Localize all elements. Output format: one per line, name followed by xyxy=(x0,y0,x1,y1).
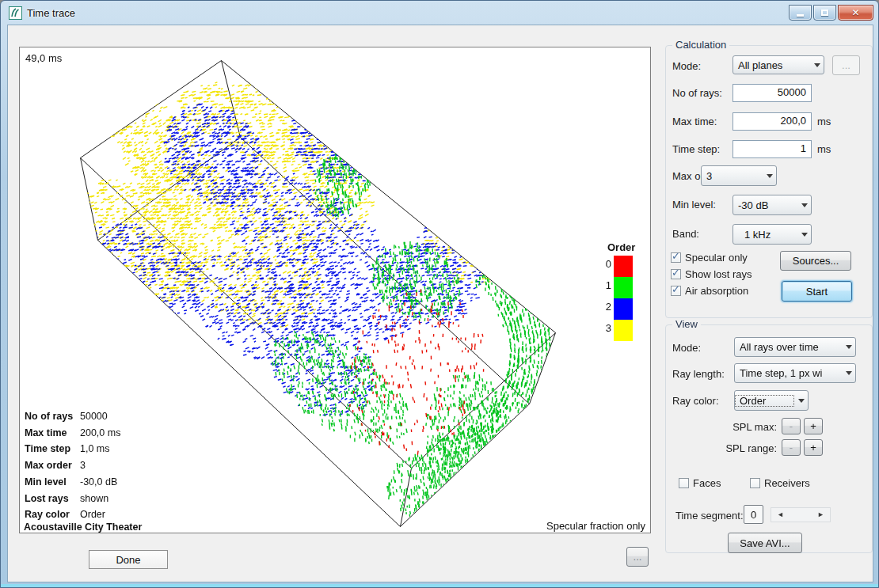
spl-range-label: SPL range: xyxy=(682,442,777,454)
info-row: Max order3 xyxy=(25,457,120,474)
receivers-checkbox[interactable]: Receivers xyxy=(750,477,810,489)
legend-row: 1 xyxy=(598,277,647,298)
spl-range-minus-button[interactable]: - xyxy=(782,439,801,456)
specular-fraction-note: Specular fraction only xyxy=(546,520,645,532)
min-level-dropdown[interactable]: -30 dB xyxy=(732,195,812,215)
checkbox-box: ✓ xyxy=(671,252,681,263)
info-row: No of rays50000 xyxy=(25,408,120,425)
view-group: View Mode: All rays over time Ray length… xyxy=(665,324,873,553)
time-label: 49,0 ms xyxy=(25,52,62,64)
calc-mode-dropdown[interactable]: All planes xyxy=(732,55,824,74)
minimize-icon xyxy=(797,14,804,17)
time-step-input[interactable]: 1 xyxy=(732,140,812,158)
mode-label: Mode: xyxy=(672,60,701,72)
scroll-right-icon[interactable]: ► xyxy=(817,511,824,518)
faces-checkbox[interactable]: Faces xyxy=(679,477,721,489)
max-order-dropdown[interactable]: 3 xyxy=(701,165,777,186)
minimize-button[interactable] xyxy=(789,5,812,21)
info-row: Ray colorOrder xyxy=(25,506,120,523)
checkbox-box: ✓ xyxy=(671,286,681,296)
chevron-down-icon xyxy=(797,203,811,207)
legend-row: 0 xyxy=(598,256,647,277)
band-dropdown[interactable]: 1 kHz xyxy=(732,224,812,245)
chevron-down-icon xyxy=(797,233,811,237)
view-mode-dropdown[interactable]: All rays over time xyxy=(734,337,856,357)
legend-swatch-order0 xyxy=(614,256,633,277)
checkbox-box xyxy=(750,478,760,488)
spl-max-label: SPL max: xyxy=(682,421,777,433)
min-level-label: Min level: xyxy=(672,199,716,211)
spl-max-plus-button[interactable]: + xyxy=(804,418,823,434)
air-absorption-checkbox[interactable]: ✓ Air absorption xyxy=(671,285,748,297)
time-trace-window: Time trace ✕ 49,0 ms Order 0 1 2 3 No of… xyxy=(0,0,879,588)
time-segment-scrollbar[interactable]: ◄ ► xyxy=(771,507,831,522)
time-step-label: Time step: xyxy=(672,143,720,155)
band-label: Band: xyxy=(672,228,699,240)
ray-length-label: Ray length: xyxy=(672,368,725,380)
legend-title: Order xyxy=(607,241,647,253)
time-segment-value[interactable]: 0 xyxy=(744,505,763,524)
scroll-left-icon[interactable]: ◄ xyxy=(777,511,784,518)
chevron-down-icon xyxy=(763,174,776,178)
legend-swatch-order3 xyxy=(614,320,633,341)
maximize-button[interactable] xyxy=(813,5,836,21)
save-avi-button[interactable]: Save AVI... xyxy=(728,533,802,553)
info-row: Max time200,0 ms xyxy=(25,425,120,442)
window-title: Time trace xyxy=(27,7,75,19)
specular-only-checkbox[interactable]: ✓ Specular only xyxy=(671,252,748,264)
maximize-icon xyxy=(821,9,828,16)
show-lost-rays-checkbox[interactable]: ✓ Show lost rays xyxy=(671,268,752,280)
max-time-unit: ms xyxy=(817,116,831,127)
venue-label: Acoustaville City Theater xyxy=(24,522,142,533)
chevron-down-icon xyxy=(842,371,855,375)
start-button[interactable]: Start xyxy=(782,281,852,302)
ray-color-label: Ray color: xyxy=(672,395,719,407)
order-legend: Order 0 1 2 3 xyxy=(598,241,647,341)
ray-length-dropdown[interactable]: Time step, 1 px wi xyxy=(734,363,856,383)
footer-more-button[interactable]: ... xyxy=(626,547,649,567)
legend-swatch-order2 xyxy=(614,298,633,320)
legend-row: 3 xyxy=(598,320,647,341)
calculation-caption: Calculation xyxy=(672,39,729,51)
client-area: 49,0 ms Order 0 1 2 3 No of rays50000 Ma… xyxy=(7,25,873,582)
rays-input[interactable]: 50000 xyxy=(732,84,812,102)
max-time-label: Max time: xyxy=(672,116,717,127)
legend-row: 2 xyxy=(598,298,647,320)
info-row: Min level-30,0 dB xyxy=(25,474,120,491)
legend-swatch-order1 xyxy=(614,277,633,298)
rays-label: No of rays: xyxy=(672,87,722,99)
info-row: Lost raysshown xyxy=(25,491,120,507)
close-icon: ✕ xyxy=(851,8,859,17)
spl-max-minus-button[interactable]: - xyxy=(782,418,801,434)
calculation-group: Calculation Mode: All planes ... No of r… xyxy=(665,45,873,318)
checkbox-box xyxy=(679,478,689,488)
chevron-down-icon xyxy=(842,345,855,349)
time-segment-label: Time segment: xyxy=(675,510,744,522)
checkbox-box: ✓ xyxy=(671,269,681,279)
titlebar[interactable]: Time trace ✕ xyxy=(1,1,878,25)
max-time-input[interactable]: 200,0 xyxy=(732,112,812,131)
spl-range-plus-button[interactable]: + xyxy=(804,439,823,456)
view-mode-label: Mode: xyxy=(672,342,701,354)
view-caption: View xyxy=(672,318,701,330)
app-icon xyxy=(9,6,22,20)
viewport-3d[interactable]: 49,0 ms Order 0 1 2 3 No of rays50000 Ma… xyxy=(19,47,651,533)
window-controls: ✕ xyxy=(789,5,873,21)
done-button[interactable]: Done xyxy=(89,550,168,569)
time-step-unit: ms xyxy=(817,143,831,155)
ray-color-dropdown[interactable]: Order xyxy=(734,390,809,411)
close-button[interactable]: ✕ xyxy=(838,5,873,21)
sources-button[interactable]: Sources... xyxy=(780,251,851,271)
info-block: No of rays50000 Max time200,0 ms Time st… xyxy=(25,408,120,523)
mode-more-button[interactable]: ... xyxy=(832,55,860,75)
chevron-down-icon xyxy=(794,399,808,403)
info-row: Time step1,0 ms xyxy=(25,441,120,457)
chevron-down-icon xyxy=(810,63,824,67)
